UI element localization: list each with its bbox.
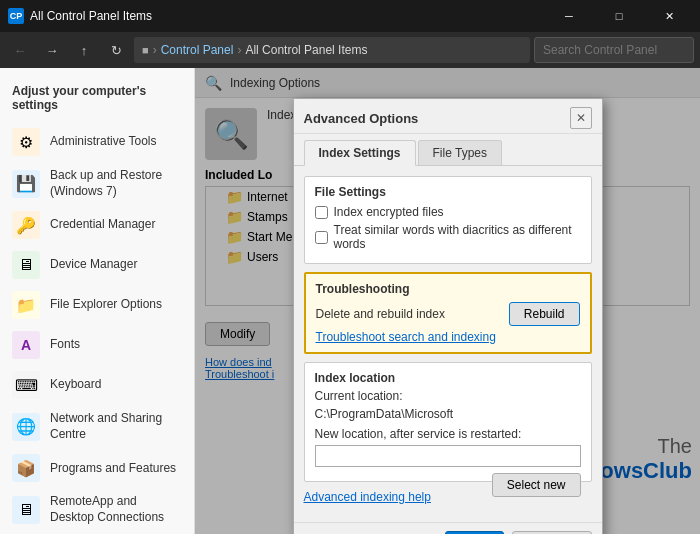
app-icon: CP [8,8,24,24]
content-area: 🔍 Indexing Options 🔍 Index these lo Incl… [195,68,700,534]
remoteapp-icon: 🖥 [12,496,40,524]
dialog-tabs: Index Settings File Types [294,134,602,166]
breadcrumb-cp[interactable]: Control Panel [161,43,234,57]
breadcrumb[interactable]: ■ › Control Panel › All Control Panel It… [134,37,530,63]
addressbar: ← → ↑ ↻ ■ › Control Panel › All Control … [0,32,700,68]
sidebar-item-remoteapp[interactable]: 🖥 RemoteApp and Desktop Connections [0,488,194,531]
breadcrumb-sep1: › [153,43,157,57]
refresh-button[interactable]: ↻ [102,36,130,64]
device-manager-icon: 🖥 [12,251,40,279]
troubleshoot-header: Troubleshooting [316,282,580,296]
window-title: All Control Panel Items [30,9,546,23]
breadcrumb-root: ■ [142,44,149,56]
troubleshoot-search-link[interactable]: Troubleshoot search and indexing [316,330,580,344]
sidebar-item-label: Device Manager [50,257,137,273]
search-input[interactable] [534,37,694,63]
encrypt-label: Index encrypted files [334,205,444,219]
sidebar-item-network-sharing[interactable]: 🌐 Network and Sharing Centre [0,405,194,448]
dialog-footer: OK Cancel [294,522,602,534]
credential-manager-icon: 🔑 [12,211,40,239]
network-sharing-icon: 🌐 [12,413,40,441]
tab-file-types[interactable]: File Types [418,140,502,165]
programs-features-icon: 📦 [12,454,40,482]
encrypt-checkbox[interactable] [315,206,328,219]
delete-rebuild-label: Delete and rebuild index [316,307,445,321]
sidebar-item-keyboard[interactable]: ⌨ Keyboard [0,365,194,405]
sidebar-item-label: Keyboard [50,377,101,393]
forward-button[interactable]: → [38,36,66,64]
admin-tools-icon: ⚙ [12,128,40,156]
sidebar-item-file-explorer[interactable]: 📁 File Explorer Options [0,285,194,325]
new-location-input[interactable] [315,445,581,467]
sidebar-item-device-manager[interactable]: 🖥 Device Manager [0,245,194,285]
sidebar-item-credential-manager[interactable]: 🔑 Credential Manager [0,205,194,245]
dialog-title: Advanced Options [304,111,419,126]
troubleshoot-row: Delete and rebuild index Rebuild [316,302,580,326]
file-explorer-icon: 📁 [12,291,40,319]
sidebar-item-label: Back up and Restore (Windows 7) [50,168,182,199]
new-location-sublabel: New location, after service is restarted… [315,427,581,441]
app-icon-label: CP [10,11,23,21]
back-button[interactable]: ← [6,36,34,64]
sidebar-item-label: Fonts [50,337,80,353]
keyboard-icon: ⌨ [12,371,40,399]
modal-overlay: Advanced Options ✕ Index Settings File T… [195,68,700,534]
tab-index-settings[interactable]: Index Settings [304,140,416,166]
select-new-button[interactable]: Select new [492,473,581,497]
sidebar-header: Adjust your computer's settings [0,76,194,122]
file-settings-section: File Settings Index encrypted files Trea… [304,176,592,264]
current-location-value: C:\ProgramData\Microsoft [315,407,581,421]
dialog-titlebar: Advanced Options ✕ [294,99,602,134]
index-location-section: Index location Current location: C:\Prog… [304,362,592,482]
maximize-button[interactable]: □ [596,0,642,32]
index-location-label: Index location [315,371,581,385]
up-button[interactable]: ↑ [70,36,98,64]
main-area: Adjust your computer's settings ⚙ Admini… [0,68,700,534]
dialog-close-button[interactable]: ✕ [570,107,592,129]
sidebar-item-label: Programs and Features [50,461,176,477]
file-settings-label: File Settings [315,185,581,199]
sidebar-item-fonts[interactable]: A Fonts [0,325,194,365]
titlebar: CP All Control Panel Items ─ □ ✕ [0,0,700,32]
sidebar: Adjust your computer's settings ⚙ Admini… [0,68,195,534]
sidebar-item-label: File Explorer Options [50,297,162,313]
diacritics-checkbox-row: Treat similar words with diacritics as d… [315,223,581,251]
sidebar-item-label: Administrative Tools [50,134,157,150]
breadcrumb-sep2: › [237,43,241,57]
sidebar-item-backup-restore[interactable]: 💾 Back up and Restore (Windows 7) [0,162,194,205]
minimize-button[interactable]: ─ [546,0,592,32]
close-button[interactable]: ✕ [646,0,692,32]
diacritics-checkbox[interactable] [315,231,328,244]
diacritics-label: Treat similar words with diacritics as d… [334,223,581,251]
current-location-sublabel: Current location: [315,389,581,403]
dialog-body: File Settings Index encrypted files Trea… [294,166,602,522]
backup-restore-icon: 💾 [12,170,40,198]
window-controls: ─ □ ✕ [546,0,692,32]
encrypt-checkbox-row: Index encrypted files [315,205,581,219]
sidebar-item-label: Credential Manager [50,217,155,233]
advanced-options-dialog: Advanced Options ✕ Index Settings File T… [293,98,603,534]
troubleshooting-section: Troubleshooting Delete and rebuild index… [304,272,592,354]
sidebar-item-admin-tools[interactable]: ⚙ Administrative Tools [0,122,194,162]
sidebar-item-programs-features[interactable]: 📦 Programs and Features [0,448,194,488]
rebuild-button[interactable]: Rebuild [509,302,580,326]
fonts-icon: A [12,331,40,359]
breadcrumb-current: All Control Panel Items [245,43,367,57]
sidebar-item-label: Network and Sharing Centre [50,411,182,442]
sidebar-item-label: RemoteApp and Desktop Connections [50,494,182,525]
